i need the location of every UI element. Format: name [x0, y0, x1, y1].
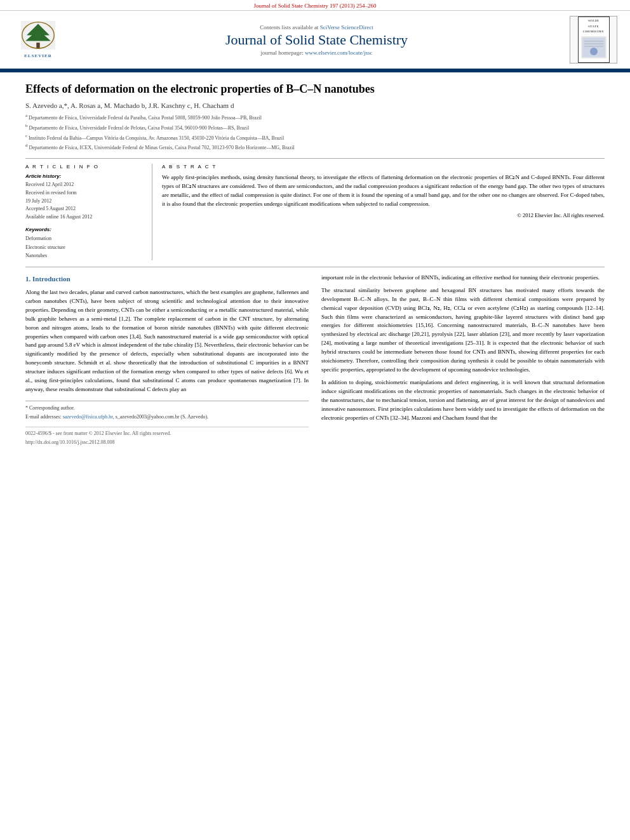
- affiliation-d: d Departamento de Física, ICEX, Universi…: [25, 142, 605, 152]
- affiliation-a: a Departamento de Física, Universidade F…: [25, 112, 605, 122]
- email-link-1[interactable]: sazevedo@fisica.ufpb.br,: [63, 414, 114, 420]
- right-para-3: In addition to doping, stoichiometric ma…: [321, 378, 605, 423]
- abstract-header: A B S T R A C T: [162, 164, 605, 170]
- keywords-list: Deformation Electronic structure Nanotub…: [25, 234, 145, 260]
- keywords-label: Keywords:: [25, 227, 145, 232]
- article-history: Article history: Received 12 April 2012 …: [25, 173, 145, 222]
- keyword-deformation: Deformation: [25, 234, 145, 243]
- solid-state-brand: SOLID STATE CHEMISTRY: [578, 17, 610, 62]
- elsevier-tree-icon: [19, 21, 57, 50]
- bottom-bar: 0022-4596/$ - see front matter © 2012 El…: [25, 427, 309, 437]
- elsevier-brand-text: ELSEVIER: [23, 53, 52, 59]
- sciverse-link[interactable]: SciVerse ScienceDirect: [320, 24, 373, 30]
- history-available: Available online 16 August 2012: [25, 213, 145, 222]
- affiliations: a Departamento de Física, Universidade F…: [25, 112, 605, 152]
- journal-homepage: journal homepage: www.elsevier.com/locat…: [64, 50, 570, 56]
- main-content: Effects of deformation on the electronic…: [0, 72, 630, 453]
- article-info-header: A R T I C L E I N F O: [25, 164, 145, 170]
- body-left-column: 1. Introduction Along the last two decad…: [25, 274, 309, 447]
- history-accepted: Accepted 5 August 2012: [25, 205, 145, 213]
- body-content: 1. Introduction Along the last two decad…: [25, 267, 605, 447]
- solid-state-logo-box: SOLID STATE CHEMISTRY: [570, 16, 617, 63]
- section-number: 1.: [25, 275, 32, 283]
- header-center: Contents lists available at SciVerse Sci…: [64, 24, 570, 56]
- svg-rect-1: [36, 43, 39, 48]
- elsevier-logo-container: ELSEVIER: [13, 21, 64, 59]
- journal-title: Journal of Solid State Chemistry: [64, 32, 570, 48]
- abstract-column: A B S T R A C T We apply first-principle…: [162, 164, 605, 260]
- article-info-abstract-section: A R T I C L E I N F O Article history: R…: [25, 158, 605, 260]
- keywords-section: Keywords: Deformation Electronic structu…: [25, 227, 145, 260]
- history-revised-date: 19 July 2012: [25, 197, 145, 206]
- journal-ref-text: Journal of Solid State Chemistry 197 (20…: [253, 3, 376, 9]
- intro-para-1: Along the last two decades, planar and c…: [25, 288, 309, 394]
- copyright-text: © 2012 Elsevier Inc. All rights reserved…: [162, 212, 605, 218]
- right-para-1: important role in the electronic behavio…: [321, 274, 605, 283]
- homepage-link[interactable]: www.elsevier.com/locate/jssc: [305, 50, 372, 56]
- keyword-nanotubes: Nanotubes: [25, 251, 145, 260]
- doi-line: http://dx.doi.org/10.1016/j.jssc.2012.08…: [25, 439, 309, 446]
- journal-header: ELSEVIER Contents lists available at Sci…: [0, 11, 630, 70]
- article-history-label: Article history:: [25, 173, 145, 179]
- corresponding-author-note: * Corresponding author.: [25, 404, 309, 412]
- affiliation-b: b Departamento de Física, Universidade F…: [25, 123, 605, 132]
- keyword-electronic: Electronic structure: [25, 243, 145, 252]
- email-2: s_azevedo2003@yahoo.com.br (S. Azevedo).: [116, 414, 208, 420]
- right-para-2: The structural similarity between graphe…: [321, 286, 605, 375]
- article-info-column: A R T I C L E I N F O Article history: R…: [25, 164, 152, 260]
- body-two-columns: 1. Introduction Along the last two decad…: [25, 274, 605, 447]
- intro-heading: 1. Introduction: [25, 274, 309, 284]
- contents-available-text: Contents lists available at SciVerse Sci…: [64, 24, 570, 30]
- body-right-column: important role in the electronic behavio…: [321, 274, 605, 447]
- journal-reference-bar: Journal of Solid State Chemistry 197 (20…: [0, 0, 630, 11]
- svg-point-10: [590, 48, 598, 55]
- history-received: Received 12 April 2012: [25, 181, 145, 189]
- article-title: Effects of deformation on the electronic…: [25, 82, 605, 97]
- abstract-text: We apply first-principles methods, using…: [162, 173, 605, 209]
- section-title: Introduction: [32, 275, 70, 283]
- affiliation-c: c Instituto Federal da Bahia—Campus Vitó…: [25, 133, 605, 142]
- elsevier-tree-logo: [19, 21, 57, 53]
- authors-text: S. Azevedo a,*, A. Rosas a, M. Machado b…: [25, 102, 234, 109]
- issn-text: 0022-4596/$ - see front matter © 2012 El…: [25, 430, 171, 437]
- footnotes: * Corresponding author. E-mail addresses…: [25, 401, 309, 422]
- journal-cover-icon: [581, 36, 607, 58]
- authors-line: S. Azevedo a,*, A. Rosas a, M. Machado b…: [25, 102, 605, 109]
- history-revised-label: Received in revised form: [25, 189, 145, 197]
- email-note: E-mail addresses: sazevedo@fisica.ufpb.b…: [25, 413, 309, 421]
